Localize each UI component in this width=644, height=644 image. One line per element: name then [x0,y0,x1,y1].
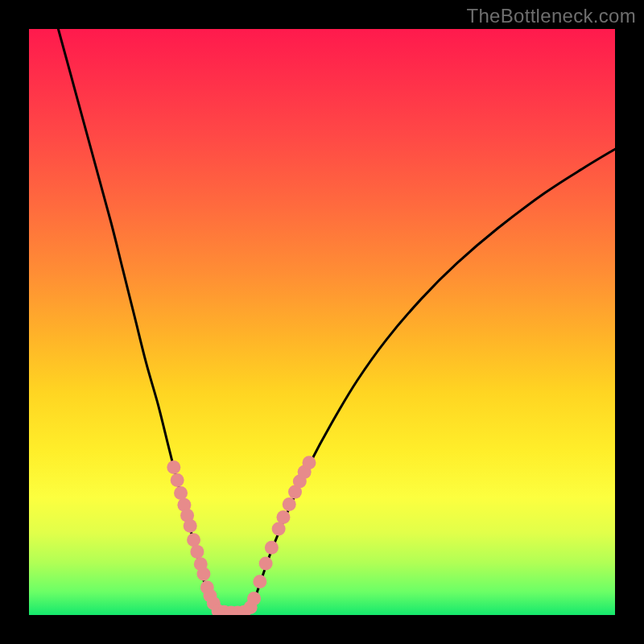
data-point [184,519,197,533]
data-point [276,510,290,524]
data-point [247,592,261,605]
chart-frame: TheBottleneck.com [0,0,644,644]
curve-group [58,29,615,615]
data-point [283,497,296,511]
curve-right-curve [249,149,615,615]
dot-group [167,456,316,615]
watermark-text: TheBottleneck.com [466,5,636,27]
data-point [302,456,316,469]
data-point [272,522,286,535]
data-point [187,533,200,547]
data-point [253,575,266,588]
data-point [196,568,210,581]
data-point [265,541,279,555]
data-point [167,460,180,474]
plot-area [29,29,615,615]
data-point [174,486,188,500]
data-point [190,545,204,559]
chart-svg [29,29,615,615]
data-point [171,473,184,487]
data-point [259,556,273,570]
